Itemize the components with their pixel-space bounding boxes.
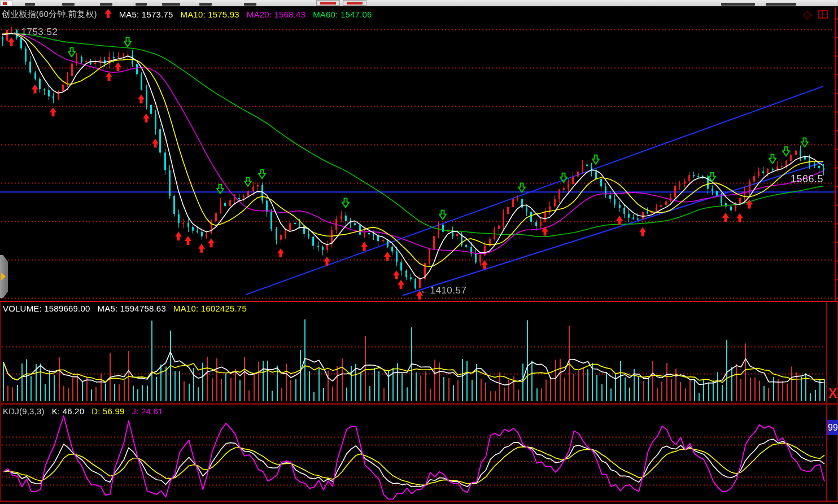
menu-item-stub[interactable]	[721, 3, 755, 6]
kdj-d-value: D: 56.99	[91, 406, 124, 416]
menu-button-red[interactable]	[316, 0, 340, 6]
split-window-icon[interactable]	[818, 10, 828, 19]
menu-bar	[0, 0, 838, 7]
volume-value: VOLUME: 1589669.00	[3, 304, 90, 313]
kdj-j-value: J: 24.61	[132, 406, 163, 416]
bottom-border-line	[0, 501, 838, 502]
kdj-k-value: K: 46.20	[52, 406, 84, 416]
last-price-label: 1566.5	[791, 173, 823, 185]
low-price-label: ←1410.57	[420, 285, 466, 296]
menu-item-stub[interactable]	[136, 3, 147, 6]
sidebar-expand-handle[interactable]	[0, 255, 8, 298]
menu-item-stub[interactable]	[244, 3, 256, 6]
ma10-value: MA10: 1575.93	[180, 10, 239, 19]
diamond-tool-icon[interactable]: ◇	[803, 8, 811, 20]
high-price-label: ←1753.52	[11, 27, 58, 38]
main-chart-panel: 创业板指(60分钟.前复权) MA5: 1573.75 MA10: 1575.9…	[0, 7, 838, 301]
expand-arrow-icon	[1, 273, 6, 281]
ma5-value: MA5: 1573.75	[119, 10, 173, 19]
volume-ma5-value: MA5: 1594758.63	[98, 304, 166, 313]
volume-panel: VOLUME: 1589669.00 MA5: 1594758.63 MA10:…	[0, 302, 838, 403]
kdj-axis-value-badge: 99	[827, 420, 838, 435]
app-logo[interactable]	[1, 0, 12, 6]
kdj-panel: KDJ(9,3,3) K: 46.20 D: 56.99 J: 24.61 99	[0, 405, 838, 501]
menu-item-stub[interactable]	[199, 3, 212, 6]
right-column-border	[826, 405, 827, 501]
close-indicator-button[interactable]: X	[828, 385, 838, 401]
main-chart-header: 创业板指(60分钟.前复权) MA5: 1573.75 MA10: 1575.9…	[2, 9, 372, 20]
volume-ma10-value: MA10: 1602425.75	[173, 304, 247, 313]
ma60-value: MA60: 1547.06	[313, 10, 372, 19]
kdj-title: KDJ(9,3,3)	[3, 406, 45, 416]
menu-button-red[interactable]	[343, 0, 366, 6]
menu-item-stub[interactable]	[162, 3, 180, 6]
menu-item-stub[interactable]	[25, 3, 35, 6]
kdj-chart-canvas[interactable]	[1, 405, 838, 501]
right-column-border	[826, 302, 827, 403]
menu-item-stub[interactable]	[100, 3, 112, 6]
menu-item-stub[interactable]	[62, 3, 75, 6]
menu-item-stub[interactable]	[766, 3, 796, 6]
candlestick-chart-canvas[interactable]	[0, 7, 838, 301]
volume-chart-canvas[interactable]	[1, 302, 838, 403]
ma20-value: MA20: 1568.43	[247, 10, 305, 19]
instrument-title: 创业板指(60分钟.前复权)	[2, 9, 97, 20]
kdj-header: KDJ(9,3,3) K: 46.20 D: 56.99 J: 24.61	[3, 406, 163, 416]
volume-header: VOLUME: 1589669.00 MA5: 1594758.63 MA10:…	[3, 304, 247, 313]
buy-signal-icon	[104, 9, 112, 20]
